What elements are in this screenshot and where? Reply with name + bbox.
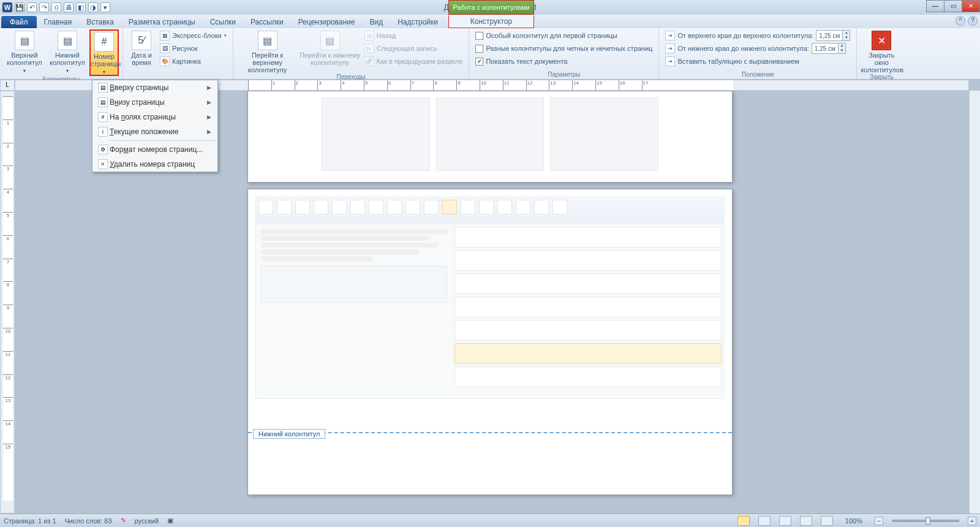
- picture-icon: 🖼: [160, 44, 170, 53]
- link-previous-button: 🔗Как в предыдущем разделе: [362, 55, 466, 67]
- minimize-ribbon-icon[interactable]: ^: [956, 16, 965, 26]
- footer-pos-icon: ⇥: [665, 44, 675, 53]
- tab-insert[interactable]: Вставка: [79, 16, 121, 28]
- minimize-button[interactable]: —: [926, 0, 944, 12]
- date-time-icon: 5⁄: [132, 31, 151, 50]
- close-hf-button[interactable]: ✕ Закрыть окно колонтитулов: [861, 29, 902, 74]
- spin-up-icon[interactable]: ▲: [838, 44, 845, 48]
- submenu-arrow-icon: ▶: [207, 129, 214, 135]
- diff-first-page-checkbox[interactable]: Особый колонтитул для первой страницы: [473, 29, 655, 42]
- page-prev-bottom: [247, 91, 733, 183]
- status-language[interactable]: русский: [135, 517, 159, 525]
- tab-file[interactable]: Файл: [1, 16, 37, 28]
- help-icon[interactable]: ?: [968, 16, 978, 26]
- page-number-icon: #: [94, 32, 114, 51]
- vertical-scrollbar[interactable]: [969, 91, 980, 514]
- dd-page-margins[interactable]: # На полях страницы ▶: [92, 110, 217, 124]
- goto-footer-button: ▤ Перейти к нижнему колонтитулу: [300, 29, 361, 66]
- zoom-out-button[interactable]: −: [875, 517, 883, 525]
- insert-align-tab-button[interactable]: ⇥Вставить табуляцию с выравниванием: [663, 55, 853, 67]
- tab-view[interactable]: Вид: [362, 16, 390, 28]
- previous-button: ◁Назад: [362, 29, 466, 42]
- dd-current-position[interactable]: Ꭵ Текущее положение ▶: [92, 124, 217, 139]
- view-draft[interactable]: [821, 516, 833, 526]
- checkbox-icon: [475, 45, 483, 53]
- status-page[interactable]: Страница: 1 из 1: [4, 517, 56, 525]
- zoom-in-button[interactable]: +: [968, 517, 976, 525]
- proofing-icon[interactable]: ✎: [121, 517, 126, 525]
- dd-format-numbers[interactable]: ⚙ Формат номеров страниц...: [92, 142, 217, 157]
- dd-top-of-page[interactable]: ▤ Вверху страницы ▶: [92, 80, 217, 95]
- tab-home[interactable]: Главная: [37, 16, 80, 28]
- group-options: Особый колонтитул для первой страницы Ра…: [469, 28, 659, 79]
- quick-parts-icon: ▦: [160, 31, 170, 40]
- qat-customize-icon[interactable]: ▾: [100, 2, 110, 12]
- tab-review[interactable]: Рецензирование: [291, 16, 363, 28]
- quick-parts-button[interactable]: ▦Экспресс-блоки ▾: [157, 29, 229, 42]
- tab-references[interactable]: Ссылки: [203, 16, 243, 28]
- submenu-arrow-icon: ▶: [207, 99, 214, 105]
- spin-down-icon[interactable]: ▼: [838, 48, 845, 53]
- title-bar: W 💾 ↶ ↷ ⎙ 🖶 ◧ ◑ ▾ Документ1 - Microsoft …: [0, 0, 980, 15]
- tab-page-layout[interactable]: Разметка страницы: [121, 16, 203, 28]
- header-button[interactable]: ▤ Верхний колонтитул▼: [4, 29, 45, 74]
- qat-icon-5[interactable]: 🖶: [64, 2, 74, 12]
- footer-from-bottom-spinner[interactable]: 1,25 см▲▼: [812, 43, 846, 54]
- header-from-top-spinner[interactable]: 1,25 см▲▼: [816, 30, 850, 41]
- qat-icon-7[interactable]: ◑: [88, 2, 98, 12]
- qat-icon-4[interactable]: ⎙: [51, 2, 61, 12]
- header-pos-icon: ⇥: [665, 31, 675, 40]
- goto-footer-icon: ▤: [320, 31, 340, 50]
- undo-icon[interactable]: ↶: [27, 2, 37, 12]
- show-doc-checkbox[interactable]: ✔Показать текст документа: [473, 55, 655, 67]
- submenu-arrow-icon: ▶: [207, 85, 214, 91]
- embedded-screenshot: [255, 197, 725, 399]
- page-number-button[interactable]: # Номер страницы▼: [89, 29, 119, 76]
- contextual-tab-group: Работа с колонтитулами: [448, 0, 534, 15]
- page-number-dropdown: ▤ Вверху страницы ▶ ▤ Внизу страницы ▶ #…: [92, 80, 218, 172]
- group-close: ✕ Закрыть окно колонтитулов Закрыть: [857, 28, 906, 79]
- goto-header-button[interactable]: ▤ Перейти к верхнему колонтитулу: [237, 29, 298, 74]
- clipart-button[interactable]: 🎨Картинка: [157, 55, 229, 67]
- redo-icon[interactable]: ↷: [39, 2, 49, 12]
- zoom-slider[interactable]: [892, 520, 959, 522]
- header-icon: ▤: [15, 31, 34, 50]
- restore-button[interactable]: ▭: [944, 0, 962, 12]
- vertical-ruler[interactable]: 123456789101112131415: [0, 91, 15, 514]
- dd-bottom-of-page[interactable]: ▤ Внизу страницы ▶: [92, 95, 217, 110]
- view-outline[interactable]: [800, 516, 812, 526]
- status-macro-icon[interactable]: ▣: [167, 517, 173, 525]
- close-hf-icon: ✕: [872, 31, 891, 50]
- header-from-top-row: ⇥От верхнего края до верхнего колонтитул…: [663, 29, 853, 42]
- close-button[interactable]: ✕: [962, 0, 980, 12]
- remove-icon: ✕: [98, 159, 108, 169]
- spin-down-icon[interactable]: ▼: [842, 36, 850, 40]
- status-words[interactable]: Число слов: 83: [65, 517, 112, 525]
- diff-odd-even-checkbox[interactable]: Разные колонтитулы для четных и нечетных…: [473, 42, 655, 55]
- date-time-button[interactable]: 5⁄ Дата и время: [127, 29, 156, 66]
- tab-addins[interactable]: Надстройки: [390, 16, 445, 28]
- page-bottom-icon: ▤: [98, 97, 108, 107]
- footer-icon: ▤: [58, 31, 77, 50]
- view-web-layout[interactable]: [779, 516, 791, 526]
- group-position: ⇥От верхнего края до верхнего колонтитул…: [659, 28, 857, 79]
- spin-up-icon[interactable]: ▲: [842, 31, 850, 36]
- footer-from-bottom-row: ⇥От нижнего края до нижнего колонтитула:…: [663, 42, 853, 55]
- tab-selector[interactable]: L: [0, 80, 15, 91]
- tab-designer[interactable]: Конструктор: [448, 15, 534, 28]
- qat-icon-6[interactable]: ◧: [76, 2, 86, 12]
- zoom-percent[interactable]: 100%: [845, 517, 862, 525]
- ribbon-tabs: Файл Главная Вставка Разметка страницы С…: [0, 15, 980, 28]
- footer-button[interactable]: ▤ Нижний колонтитул▼: [47, 29, 88, 74]
- dd-remove-numbers[interactable]: ✕ Удалить номера страниц: [92, 157, 217, 172]
- group-header-footer: ▤ Верхний колонтитул▼ ▤ Нижний колонтиту…: [0, 28, 123, 79]
- checkbox-icon: [475, 32, 483, 40]
- view-print-layout[interactable]: [737, 516, 750, 526]
- next-button: ▷Следующая запись: [362, 42, 466, 55]
- save-icon[interactable]: 💾: [15, 2, 24, 12]
- picture-button[interactable]: 🖼Рисунок: [157, 42, 229, 55]
- zoom-thumb[interactable]: [925, 517, 930, 525]
- view-full-screen[interactable]: [758, 516, 771, 526]
- tab-mailings[interactable]: Рассылки: [243, 16, 291, 28]
- previous-icon: ◁: [364, 31, 374, 40]
